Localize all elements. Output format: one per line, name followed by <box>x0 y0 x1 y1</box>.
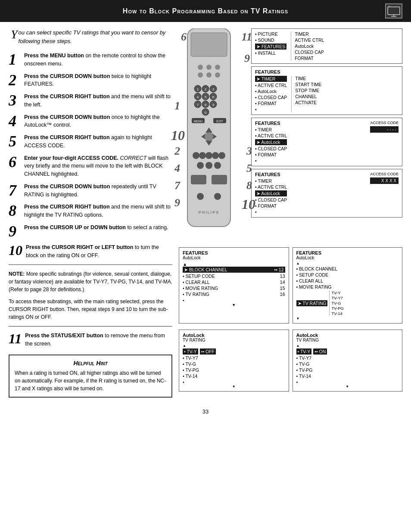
step-10-text: Press the CURSOR RIGHT or LEFT button to… <box>26 243 172 260</box>
step-11: 11 Press the STATUS/EXIT button to remov… <box>9 332 172 348</box>
remote-label-1: 1 <box>174 100 180 112</box>
step-11-text: Press the STATUS/EXIT button to remove t… <box>25 332 172 348</box>
svg-point-47 <box>206 162 212 169</box>
panel-tv-rating-off: AutoLock TV RATING ▲ • TV-Y •• OFF • TV-… <box>179 330 289 392</box>
step-3-num: 3 <box>9 93 21 108</box>
remote-label-6: 6 <box>181 31 187 44</box>
svg-point-46 <box>197 162 204 169</box>
access-code-xxxx: X X X X <box>370 177 399 184</box>
svg-point-43 <box>206 152 212 159</box>
panel-left-items: • PICTURE • SOUND ➤ FEATURES • INSTALL <box>255 31 286 61</box>
svg-point-6 <box>198 65 203 70</box>
step-4: 4 Press the CURSOR DOWN button once to h… <box>9 113 172 130</box>
remote-label-10-right: 10 <box>242 196 255 212</box>
remote-label-3: 3 <box>246 145 252 158</box>
step-9: 9 Press the CURSOR UP or DOWN button to … <box>9 224 172 239</box>
autolock-panels-row: FEATURES AutoLock ▲ ➤ BLOCK CHANNEL•• 12… <box>179 247 402 324</box>
panel2-right: TIME START TIME STOP TIME CHANNEL ACTIVA… <box>291 76 321 112</box>
remote-label-10-left: 10 <box>171 128 185 143</box>
step-3-text: Press the CURSOR RIGHT button and the me… <box>24 93 172 109</box>
side-panels: • PICTURE • SOUND ➤ FEATURES • INSTALL T… <box>251 28 402 241</box>
divider-1 <box>9 264 172 265</box>
intro-text: You can select specific TV ratings that … <box>9 28 172 45</box>
panel-features-timer: FEATURES ➤ TIMER • ACTIVE CTRL • AutoLoc… <box>251 66 402 115</box>
step-9-num: 9 <box>9 224 21 239</box>
panel-autolock-block-channel: FEATURES AutoLock ▲ ➤ BLOCK CHANNEL•• 12… <box>179 247 289 324</box>
svg-text:MENU: MENU <box>194 120 203 123</box>
svg-text:EXIT: EXIT <box>216 120 223 123</box>
svg-rect-5 <box>191 33 227 56</box>
svg-text:6: 6 <box>212 95 215 99</box>
tv-rating-panels-row: AutoLock TV RATING ▲ • TV-Y •• OFF • TV-… <box>179 330 402 392</box>
page-number: 33 <box>0 404 411 419</box>
svg-point-7 <box>206 65 212 70</box>
page-header: How to Block Programming Based on TV Rat… <box>0 0 411 22</box>
step-5-num: 5 <box>9 134 21 149</box>
step-2: 2 Press the CURSOR DOWN button twice to … <box>9 72 172 89</box>
remote-control-area: 6 9 11 1 10 2 4 7 9 3 5 8 10 <box>179 28 248 241</box>
svg-point-9 <box>198 72 203 78</box>
step-1-text: Press the MENU button on the remote cont… <box>24 52 172 68</box>
svg-point-8 <box>215 65 220 70</box>
svg-point-11 <box>215 72 220 78</box>
svg-text:PHILIPS: PHILIPS <box>199 210 220 215</box>
svg-text:8: 8 <box>205 103 207 107</box>
step-10-num: 10 <box>9 243 22 257</box>
panel-tv-rating-on: AutoLock TV RATING ▲ • TV-Y •• ON • TV-Y… <box>293 330 403 392</box>
svg-point-52 <box>214 193 221 200</box>
step-8-num: 8 <box>9 203 21 218</box>
svg-point-45 <box>218 152 225 159</box>
remote-label-4: 4 <box>174 162 180 175</box>
access-code-dashes: - - - - <box>370 126 399 133</box>
divider-2 <box>9 326 172 327</box>
svg-rect-0 <box>388 7 400 15</box>
step-8: 8 Press the CURSOR RIGHT button and the … <box>9 203 172 219</box>
step-7: 7 Press the CURSOR DOWN button repeatedl… <box>9 183 172 199</box>
panel2-left: ➤ TIMER • ACTIVE CTRL • AutoLock • CLOSE… <box>255 76 287 112</box>
panel-right-items: TIMER ACTIVE CTRL AutoLock CLOSED CAP FO… <box>291 31 324 61</box>
remote-panels-area: 6 9 11 1 10 2 4 7 9 3 5 8 10 <box>179 28 402 241</box>
step-4-text: Press the CURSOR DOWN button once to hig… <box>24 113 172 130</box>
note-section: NOTE: More specific subratings (for viol… <box>9 270 172 293</box>
remote-label-11: 11 <box>241 31 252 44</box>
subrating-note: To access these subratings, with the mai… <box>9 298 172 321</box>
step-7-text: Press the CURSOR DOWN button repeatedly … <box>24 183 172 199</box>
step-1-num: 1 <box>9 52 21 67</box>
step-7-num: 7 <box>9 183 21 198</box>
step-6: 6 Enter your four-digit ACCESS CODE. COR… <box>9 154 172 178</box>
hint-text: When a rating is turned ON, all higher r… <box>15 369 166 392</box>
remote-label-9b: 9 <box>174 196 180 209</box>
svg-point-41 <box>193 152 199 159</box>
svg-point-10 <box>206 72 212 78</box>
right-column: 6 9 11 1 10 2 4 7 9 3 5 8 10 <box>179 28 402 398</box>
step-9-text: Press the CURSOR UP or DOWN button to se… <box>24 224 168 232</box>
hint-box: Helpful Hint When a rating is turned ON,… <box>9 355 172 398</box>
svg-text:3: 3 <box>212 87 215 91</box>
step-8-text: Press the CURSOR RIGHT button and the me… <box>24 203 172 219</box>
step-10: 10 Press the CURSOR RIGHT or LEFT button… <box>9 243 172 260</box>
remote-label-2: 2 <box>174 145 180 158</box>
panel-main-menu: • PICTURE • SOUND ➤ FEATURES • INSTALL T… <box>251 28 402 64</box>
step-6-text: Enter your four-digit ACCESS CODE. CORRE… <box>24 154 172 178</box>
svg-rect-49 <box>191 175 206 184</box>
svg-text:4: 4 <box>197 95 199 99</box>
step-1: 1 Press the MENU button on the remote co… <box>9 52 172 68</box>
step-3: 3 Press the CURSOR RIGHT button and the … <box>9 93 172 109</box>
step-5: 5 Press the CURSOR RIGHT button again to… <box>9 134 172 150</box>
svg-text:1: 1 <box>197 87 199 91</box>
svg-text:9: 9 <box>212 103 215 107</box>
drop-cap: Y <box>11 28 18 40</box>
panel-features-autolock: FEATURES • TIMER • ACTIVE CTRL ➤ AutoLoc… <box>251 118 402 166</box>
step-2-num: 2 <box>9 72 21 88</box>
header-title: How to Block Programming Based on TV Rat… <box>123 7 288 15</box>
panel-access-code-entry: FEATURES • TIMER • ACTIVE CTRL ➤ AutoLoc… <box>251 169 402 218</box>
svg-text:2: 2 <box>205 87 207 91</box>
remote-svg: 1 2 3 4 5 6 7 8 9 <box>179 28 239 240</box>
remote-label-5: 5 <box>246 162 252 175</box>
svg-point-42 <box>199 152 206 159</box>
hint-title: Helpful Hint <box>15 360 166 367</box>
svg-point-40 <box>205 132 213 141</box>
svg-text:0: 0 <box>205 111 207 115</box>
step-5-text: Press the CURSOR RIGHT button again to h… <box>24 134 172 150</box>
remote-label-9: 9 <box>244 52 250 65</box>
